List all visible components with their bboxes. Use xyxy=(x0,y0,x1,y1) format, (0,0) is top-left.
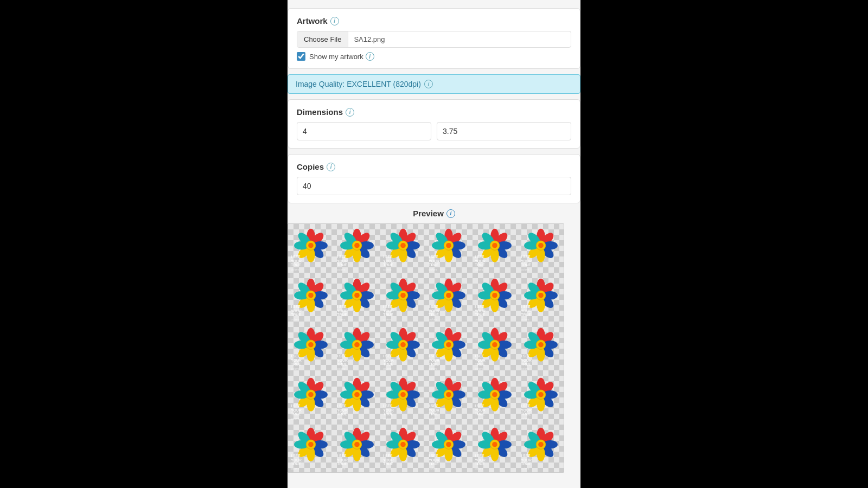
copies-title: Copies i xyxy=(297,162,571,171)
file-input-row: Choose File SA12.png xyxy=(297,31,571,48)
sticker-svg: I SEE YOUR TRUE colors xyxy=(474,226,516,272)
svg-text:YOUR: YOUR xyxy=(383,408,394,412)
svg-text:I SEE: I SEE xyxy=(429,305,439,309)
svg-text:TRUE: TRUE xyxy=(291,264,302,267)
sticker-svg: I SEE YOUR TRUE colors xyxy=(336,226,378,272)
svg-text:YOUR: YOUR xyxy=(429,408,440,412)
svg-point-121 xyxy=(400,293,406,298)
sticker-cell: I SEE YOUR TRUE colors xyxy=(472,373,518,423)
svg-text:colors: colors xyxy=(429,467,438,470)
svg-text:I SEE: I SEE xyxy=(291,255,301,259)
dimensions-info-icon[interactable]: i xyxy=(346,108,354,117)
svg-text:TRUE: TRUE xyxy=(475,313,485,317)
svg-text:YOUR: YOUR xyxy=(475,259,486,263)
sticker-cell: I SEE YOUR TRUE colors xyxy=(288,323,334,373)
sticker-cell: I SEE YOUR TRUE colors xyxy=(288,224,334,274)
height-input[interactable] xyxy=(437,122,571,140)
sticker-cell: I SEE YOUR TRUE colors xyxy=(426,422,472,472)
svg-text:TRUE: TRUE xyxy=(337,313,347,317)
svg-point-317 xyxy=(492,392,497,397)
sticker-cell: I SEE YOUR TRUE colors xyxy=(426,274,472,324)
svg-point-37 xyxy=(400,243,406,248)
svg-text:I SEE: I SEE xyxy=(383,404,393,408)
svg-point-23 xyxy=(354,243,360,248)
copies-input[interactable] xyxy=(297,177,571,195)
svg-point-219 xyxy=(446,342,451,348)
svg-point-79 xyxy=(538,243,544,248)
svg-text:colors: colors xyxy=(521,268,529,271)
sticker-cell: I SEE YOUR TRUE colors xyxy=(472,422,518,472)
sticker-cell: I SEE YOUR TRUE colors xyxy=(426,323,472,373)
quality-label: Image Quality: EXCELLENT (820dpi) xyxy=(296,80,421,88)
svg-text:I SEE: I SEE xyxy=(521,454,531,458)
svg-text:colors: colors xyxy=(337,268,346,271)
svg-point-415 xyxy=(538,442,544,447)
sticker-svg: I SEE YOUR TRUE colors xyxy=(474,325,516,371)
svg-point-373 xyxy=(400,442,406,447)
sticker-cell: I SEE YOUR TRUE colors xyxy=(426,373,472,423)
sticker-svg: I SEE YOUR TRUE colors xyxy=(290,275,332,322)
width-input[interactable] xyxy=(297,122,431,140)
svg-text:YOUR: YOUR xyxy=(291,309,302,313)
sticker-svg: I SEE YOUR TRUE colors xyxy=(336,425,378,471)
svg-text:colors: colors xyxy=(475,417,483,420)
svg-text:I SEE: I SEE xyxy=(521,354,531,358)
show-artwork-checkbox[interactable] xyxy=(297,52,305,61)
svg-text:YOUR: YOUR xyxy=(429,309,440,313)
preview-info-icon[interactable]: i xyxy=(446,209,455,218)
sticker-cell: I SEE YOUR TRUE colors xyxy=(472,224,518,274)
svg-text:TRUE: TRUE xyxy=(337,264,347,267)
sticker-cell: I SEE YOUR TRUE colors xyxy=(380,323,426,373)
svg-text:I SEE: I SEE xyxy=(475,404,484,408)
sticker-svg: I SEE YOUR TRUE colors xyxy=(382,226,424,272)
svg-point-247 xyxy=(538,342,544,348)
copies-info-icon[interactable]: i xyxy=(327,163,335,171)
svg-text:colors: colors xyxy=(291,417,300,420)
sticker-svg: I SEE YOUR TRUE colors xyxy=(427,275,470,322)
svg-point-275 xyxy=(354,392,360,397)
sticker-svg: I SEE YOUR TRUE colors xyxy=(336,375,378,421)
quality-info-icon[interactable]: i xyxy=(424,80,433,88)
svg-text:TRUE: TRUE xyxy=(291,462,302,466)
svg-text:TRUE: TRUE xyxy=(291,412,302,416)
svg-text:TRUE: TRUE xyxy=(521,412,531,416)
svg-text:YOUR: YOUR xyxy=(337,259,348,263)
svg-text:YOUR: YOUR xyxy=(475,458,486,461)
svg-text:I SEE: I SEE xyxy=(337,354,347,358)
svg-text:YOUR: YOUR xyxy=(291,458,302,461)
choose-file-button[interactable]: Choose File xyxy=(297,31,348,47)
dimensions-inputs-row xyxy=(297,122,571,140)
page-wrapper: Artwork i Choose File SA12.png Show my a… xyxy=(288,0,580,488)
svg-point-401 xyxy=(492,442,497,447)
svg-text:colors: colors xyxy=(337,417,346,420)
svg-point-303 xyxy=(446,392,451,397)
svg-text:colors: colors xyxy=(337,368,346,371)
artwork-info-icon[interactable]: i xyxy=(330,17,339,25)
quality-bar[interactable]: Image Quality: EXCELLENT (820dpi) i xyxy=(288,74,580,94)
svg-text:colors: colors xyxy=(291,368,300,371)
sticker-svg: I SEE YOUR TRUE colors xyxy=(520,226,562,272)
sticker-cell: I SEE YOUR TRUE colors xyxy=(518,373,564,423)
file-name-display: SA12.png xyxy=(348,31,390,47)
svg-text:I SEE: I SEE xyxy=(291,354,301,358)
sticker-svg: I SEE YOUR TRUE colors xyxy=(520,325,562,371)
svg-text:I SEE: I SEE xyxy=(383,255,393,259)
sticker-svg: I SEE YOUR TRUE colors xyxy=(474,275,516,322)
svg-text:I SEE: I SEE xyxy=(291,305,301,309)
sticker-cell: I SEE YOUR TRUE colors xyxy=(334,274,380,324)
svg-text:colors: colors xyxy=(337,467,346,470)
svg-text:colors: colors xyxy=(429,318,438,321)
show-artwork-label: Show my artwork i xyxy=(309,52,374,61)
sticker-svg: I SEE YOUR TRUE colors xyxy=(520,375,562,421)
sticker-cell: I SEE YOUR TRUE colors xyxy=(288,373,334,423)
sticker-svg: I SEE YOUR TRUE colors xyxy=(290,425,332,471)
svg-point-359 xyxy=(354,442,360,447)
svg-text:colors: colors xyxy=(429,368,438,371)
svg-text:TRUE: TRUE xyxy=(475,363,485,367)
svg-text:YOUR: YOUR xyxy=(383,309,394,313)
show-artwork-info-icon[interactable]: i xyxy=(366,52,374,61)
svg-text:TRUE: TRUE xyxy=(521,313,531,317)
svg-text:I SEE: I SEE xyxy=(475,454,484,458)
sticker-svg: I SEE YOUR TRUE colors xyxy=(290,226,332,272)
svg-text:YOUR: YOUR xyxy=(383,458,394,461)
